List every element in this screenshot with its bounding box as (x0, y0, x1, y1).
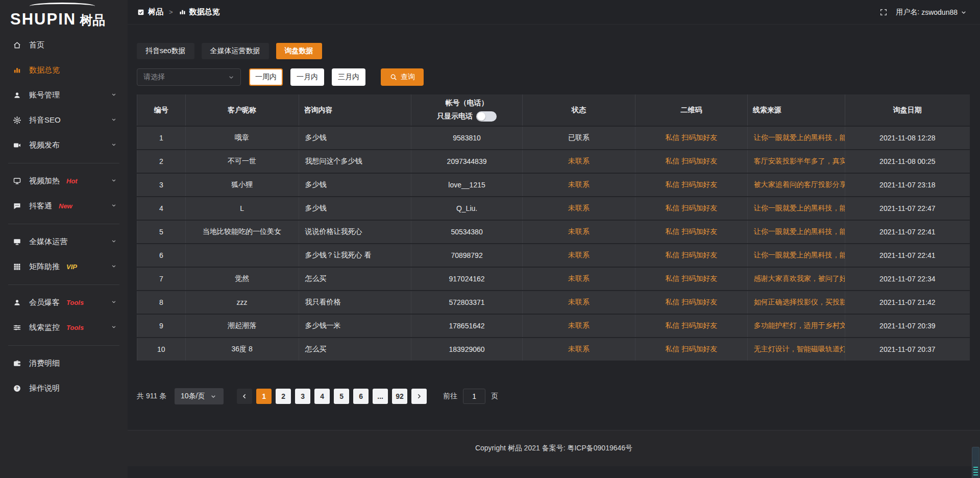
cell-status: 未联系 (523, 291, 635, 314)
chevron-down-icon (110, 237, 117, 245)
page-size-value: 10条/页 (181, 392, 205, 401)
breadcrumb-current: 数据总览 (189, 7, 220, 17)
logo-text-cn: 树品 (80, 14, 105, 27)
cell-id-text: 2 (159, 157, 163, 165)
cell-source: 感谢大家喜欢我家，被问了好... (747, 267, 845, 291)
sidebar-item-video-heat[interactable]: 视频加热Hot (0, 169, 128, 194)
cell-date-text: 2021-11-07 22:47 (879, 204, 936, 212)
sidebar-item-operation-guide[interactable]: ?操作说明 (0, 376, 128, 401)
cell-date: 2021-11-07 22:34 (845, 267, 970, 291)
sidebar-item-consumption-detail[interactable]: 消费明细 (0, 351, 128, 376)
column-header-content: 咨询内容 (299, 94, 411, 126)
page-ellipsis-button[interactable]: ... (373, 389, 388, 404)
column-header-account: 帐号（电话）只显示电话 (411, 94, 523, 126)
cell-source-text[interactable]: 被大家追着问的客厅投影分享... (754, 180, 845, 188)
breadcrumb-root[interactable]: 树品 (148, 7, 163, 17)
page-button-92[interactable]: 92 (392, 389, 407, 404)
sidebar-item-douketong[interactable]: 抖客通New (0, 194, 128, 219)
sidebar-item-home[interactable]: 首页 (0, 33, 128, 58)
cell-qrcode-text[interactable]: 私信 扫码加好友 (665, 321, 717, 329)
tab-inquiry-data[interactable]: 询盘数据 (276, 43, 322, 59)
column-header-id: 编号 (137, 94, 186, 126)
floating-widget[interactable] (972, 447, 979, 478)
sidebar-item-omni-media[interactable]: 全媒体运营 (0, 229, 128, 254)
cell-qrcode-text[interactable]: 私信 扫码加好友 (665, 298, 717, 306)
help-icon: ? (12, 384, 21, 393)
cell-qrcode-text[interactable]: 私信 扫码加好友 (665, 133, 717, 141)
sidebar-item-video-publish[interactable]: 视频发布 (0, 133, 128, 158)
next-page-button[interactable] (411, 389, 427, 404)
chevron-down-icon (110, 141, 117, 148)
cell-qrcode-text[interactable]: 私信 扫码加好友 (665, 274, 717, 282)
page-button-1[interactable]: 1 (256, 389, 272, 404)
fullscreen-icon[interactable] (879, 8, 888, 16)
cell-status-text: 未联系 (568, 321, 590, 329)
cell-source-text[interactable]: 让你一眼就爱上的黑科技，能... (754, 133, 845, 141)
cell-qrcode-text[interactable]: 私信 扫码加好友 (665, 157, 717, 165)
cell-qrcode-text[interactable]: 私信 扫码加好友 (665, 204, 717, 212)
cell-account: love__1215 (411, 173, 523, 197)
cell-qrcode-text[interactable]: 私信 扫码加好友 (665, 345, 717, 353)
chevron-left-icon (240, 392, 249, 400)
page-button-2[interactable]: 2 (276, 389, 291, 404)
cell-content: 多少钱 (299, 126, 411, 150)
cell-status-text: 未联系 (568, 157, 590, 165)
cell-date: 2021-11-07 20:39 (845, 314, 970, 338)
sidebar-item-label: 操作说明 (29, 384, 60, 393)
period-button-three-months[interactable]: 三月内 (332, 68, 365, 86)
cell-date-text: 2021-11-07 21:42 (879, 298, 936, 306)
sidebar-item-label: 数据总览 (29, 65, 60, 75)
page-button-4[interactable]: 4 (314, 389, 330, 404)
goto-page-input[interactable] (463, 389, 485, 404)
cell-source-text[interactable]: 让你一眼就爱上的黑科技，能... (754, 204, 845, 212)
sidebar-item-account-management[interactable]: 账号管理 (0, 83, 128, 108)
cell-source-text[interactable]: 如何正确选择投影仪，买投影... (754, 298, 845, 306)
cell-source: 让你一眼就爱上的黑科技，能... (747, 244, 845, 267)
phone-only-toggle[interactable] (476, 111, 497, 122)
cell-source-text[interactable]: 无主灯设计，智能磁吸轨道灯... (754, 345, 845, 353)
logo[interactable]: SHUPIN 树品 (0, 0, 128, 29)
page-button-6[interactable]: 6 (353, 389, 369, 404)
cell-status: 未联系 (523, 267, 635, 291)
period-button-one-week[interactable]: 一周内 (249, 68, 283, 86)
page-buttons: 123456...92 (256, 389, 407, 404)
period-button-one-month[interactable]: 一月内 (290, 68, 324, 86)
cell-status-text: 未联系 (568, 204, 590, 212)
tab-douyin-seo-data[interactable]: 抖音seo数据 (137, 43, 194, 59)
cell-source-text[interactable]: 让你一眼就爱上的黑科技，能... (754, 227, 845, 235)
sidebar-item-leads-monitor[interactable]: 线索监控Tools (0, 315, 128, 340)
sidebar-item-data-overview[interactable]: 数据总览 (0, 58, 128, 83)
cell-qrcode-text[interactable]: 私信 扫码加好友 (665, 251, 717, 259)
cell-qrcode: 私信 扫码加好友 (635, 173, 747, 197)
cell-source-text[interactable]: 感谢大家喜欢我家，被问了好... (754, 274, 845, 282)
cell-source-text[interactable]: 客厅安装投影半年多了，真实... (754, 157, 845, 165)
page-button-3[interactable]: 3 (295, 389, 310, 404)
sidebar-item-douyin-seo[interactable]: 抖音SEO (0, 108, 128, 133)
sidebar-item-member-baoke[interactable]: 会员爆客Tools (0, 290, 128, 315)
cell-id: 8 (137, 291, 186, 314)
cell-id: 7 (137, 267, 186, 291)
cell-qrcode: 私信 扫码加好友 (635, 267, 747, 291)
page-size-select[interactable]: 10条/页 (175, 388, 224, 404)
cell-content-text: 我只看价格 (305, 298, 341, 306)
cell-date-text: 2021-11-07 20:37 (879, 345, 936, 353)
filter-select[interactable]: 请选择 (137, 68, 241, 86)
cell-nickname-text: 狐小狸 (231, 180, 253, 188)
cell-source-text[interactable]: 让你一眼就爱上的黑科技，能... (754, 251, 845, 259)
page-button-5[interactable]: 5 (334, 389, 349, 404)
sidebar-item-matrix-boost[interactable]: 矩阵助推VIP (0, 254, 128, 279)
tab-omni-media-data[interactable]: 全媒体运营数据 (202, 43, 269, 59)
cell-date: 2021-11-07 23:18 (845, 173, 970, 197)
logo-text-en: SHUPIN (10, 12, 76, 27)
copyright-text: Copyright 树品 2021 备案号: 粤ICP备09019646号 (475, 444, 632, 453)
cell-qrcode-text[interactable]: 私信 扫码加好友 (665, 227, 717, 235)
cell-qrcode-text[interactable]: 私信 扫码加好友 (665, 180, 717, 188)
cell-content: 多少钱？让我死心 看 (299, 244, 411, 267)
prev-page-button[interactable] (237, 389, 252, 404)
cell-id-text: 10 (157, 345, 165, 353)
cell-content-text: 多少钱 (305, 180, 327, 188)
cell-source-text[interactable]: 多功能护栏灯，适用于乡村文... (754, 321, 845, 329)
query-button[interactable]: 查询 (381, 68, 424, 86)
user-menu[interactable]: 用户名: zswodun88 (896, 8, 968, 17)
cell-content-text: 说说价格让我死心 (305, 227, 362, 235)
